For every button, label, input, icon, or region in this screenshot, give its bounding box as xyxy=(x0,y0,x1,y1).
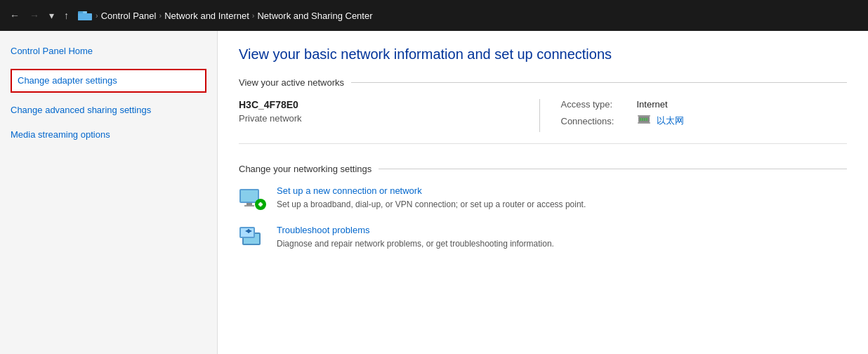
breadcrumb-sep-3: › xyxy=(252,11,255,20)
svg-rect-4 xyxy=(640,118,641,121)
connections-label: Connections: xyxy=(561,116,631,126)
svg-rect-1 xyxy=(78,13,92,20)
access-type-row: Access type: Internet xyxy=(561,99,848,110)
new-connection-icon xyxy=(239,185,267,211)
svg-rect-8 xyxy=(638,115,650,117)
settings-text-new-connection: Set up a new connection or network Set u… xyxy=(277,185,847,211)
new-connection-link[interactable]: Set up a new connection or network xyxy=(277,185,847,196)
networking-settings-header: Change your networking settings xyxy=(239,164,847,174)
access-type-value: Internet xyxy=(637,99,668,110)
new-connection-desc: Set up a broadband, dial-up, or VPN conn… xyxy=(277,199,586,209)
main-content: View your basic network information and … xyxy=(218,31,868,354)
svg-rect-11 xyxy=(241,190,258,202)
connections-link[interactable]: 以太网 xyxy=(657,114,684,127)
svg-rect-6 xyxy=(644,118,645,121)
network-right: Access type: Internet Connections: xyxy=(540,99,848,132)
back-button[interactable]: ← xyxy=(7,8,22,22)
network-name: H3C_4F78E0 xyxy=(239,99,525,110)
sidebar-link-change-advanced-sharing[interactable]: Change advanced sharing settings xyxy=(11,104,206,117)
sidebar-link-change-adapter-settings[interactable]: Change adapter settings xyxy=(11,69,206,93)
sidebar-link-media-streaming[interactable]: Media streaming options xyxy=(11,129,206,141)
sidebar: Control Panel Home Change adapter settin… xyxy=(0,31,218,354)
network-left: H3C_4F78E0 Private network xyxy=(239,99,540,132)
ethernet-icon xyxy=(637,114,651,128)
svg-rect-16 xyxy=(260,202,262,206)
troubleshoot-link[interactable]: Troubleshoot problems xyxy=(277,225,847,235)
breadcrumb-network-internet[interactable]: Network and Internet xyxy=(164,11,249,21)
troubleshoot-icon xyxy=(239,225,267,250)
svg-rect-5 xyxy=(642,118,643,121)
access-type-label: Access type: xyxy=(561,99,631,110)
troubleshoot-desc: Diagnose and repair network problems, or… xyxy=(277,239,554,249)
breadcrumb-sep-1: › xyxy=(96,11,98,20)
settings-item-troubleshoot: Troubleshoot problems Diagnose and repai… xyxy=(239,225,847,250)
breadcrumb-control-panel[interactable]: Control Panel xyxy=(101,11,157,21)
svg-rect-20 xyxy=(241,228,254,237)
connections-row: Connections: 以太网 xyxy=(561,114,848,128)
settings-section: Change your networking settings xyxy=(239,164,847,250)
svg-rect-7 xyxy=(646,118,647,121)
sidebar-link-control-panel-home[interactable]: Control Panel Home xyxy=(11,45,206,58)
breadcrumb-sep-2: › xyxy=(159,11,162,20)
main-layout: Control Panel Home Change adapter settin… xyxy=(0,31,868,354)
breadcrumb: › Control Panel › Network and Internet ›… xyxy=(77,8,373,23)
up-button[interactable]: ↑ xyxy=(61,8,72,22)
svg-rect-9 xyxy=(638,122,650,124)
svg-rect-2 xyxy=(83,11,87,13)
network-type: Private network xyxy=(239,113,525,124)
forward-button[interactable]: → xyxy=(27,8,42,22)
active-networks-header: View your active networks xyxy=(239,77,847,88)
settings-item-new-connection: Set up a new connection or network Set u… xyxy=(239,185,847,211)
page-title: View your basic network information and … xyxy=(239,45,847,63)
titlebar: ← → ▾ ↑ › Control Panel › Network and In… xyxy=(0,0,868,31)
nav-buttons: ← → ▾ ↑ xyxy=(7,8,72,22)
svg-rect-12 xyxy=(246,203,252,205)
breadcrumb-network-sharing-center: Network and Sharing Center xyxy=(257,11,372,21)
dropdown-button[interactable]: ▾ xyxy=(46,8,57,22)
settings-text-troubleshoot: Troubleshoot problems Diagnose and repai… xyxy=(277,225,847,250)
folder-icon xyxy=(77,8,93,23)
svg-rect-13 xyxy=(244,205,254,206)
network-info-area: H3C_4F78E0 Private network Access type: … xyxy=(239,99,847,144)
